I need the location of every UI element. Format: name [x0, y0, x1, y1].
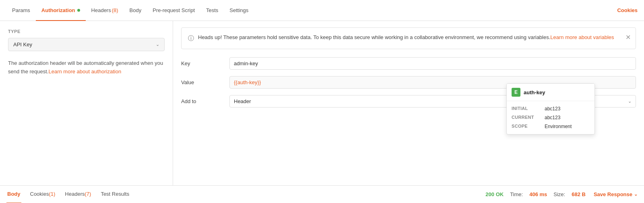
size-label: Size: — [553, 191, 565, 197]
cookies-button[interactable]: Cookies — [617, 7, 638, 13]
autocomplete-dropdown: E auth-key INITIAL abc123 CURRENT abc123… — [506, 83, 595, 135]
var-name: auth-key — [524, 89, 545, 95]
chevron-down-icon: ⌄ — [628, 99, 632, 104]
key-label: Key — [181, 60, 229, 66]
auth-description: The authorization header will be automat… — [8, 59, 165, 76]
scope-row: SCOPE Environment — [512, 122, 590, 131]
current-row: CURRENT abc123 — [512, 113, 590, 122]
left-panel: TYPE API Key ⌄ The authorization header … — [0, 21, 173, 185]
save-response-button[interactable]: Save Response ⌄ — [594, 191, 638, 197]
headers-badge: (8) — [112, 7, 118, 13]
tab-params-label: Params — [12, 7, 30, 13]
status-info: 200 OK Time: 406 ms Size: 682 B — [485, 191, 586, 197]
active-dot-icon — [77, 9, 80, 12]
warning-banner: ⓘ Heads up! These parameters hold sensit… — [181, 27, 636, 49]
value-label: Value — [181, 79, 229, 85]
warning-body-text: Heads up! These parameters hold sensitiv… — [198, 34, 550, 40]
type-value: API Key — [13, 41, 32, 48]
status-ok-text: 200 OK — [485, 191, 504, 197]
tab-headers-label: Headers — [91, 7, 111, 13]
tab-params[interactable]: Params — [6, 0, 36, 21]
learn-more-variables-link[interactable]: Learn more about variables — [550, 34, 614, 40]
size-value: 682 B — [572, 191, 586, 197]
addto-value: Header — [234, 98, 251, 104]
initial-row: INITIAL abc123 — [512, 104, 590, 113]
close-icon[interactable]: ✕ — [625, 33, 631, 42]
time-value: 406 ms — [529, 191, 547, 197]
initial-value: abc123 — [545, 106, 560, 112]
scope-value: Environment — [545, 124, 572, 129]
tab-prerequest[interactable]: Pre-request Script — [147, 0, 200, 21]
chevron-down-icon: ⌄ — [634, 192, 638, 197]
dropdown-meta: INITIAL abc123 CURRENT abc123 SCOPE Envi… — [507, 101, 594, 134]
warning-text: Heads up! These parameters hold sensitiv… — [198, 33, 614, 41]
env-badge: E — [512, 88, 520, 97]
key-input[interactable] — [229, 57, 636, 70]
bottom-tab-cookies[interactable]: Cookies(1) — [29, 186, 56, 203]
tabs-bar: Params Authorization Headers(8) Body Pre… — [0, 0, 644, 21]
tab-prerequest-label: Pre-request Script — [153, 7, 195, 13]
tab-authorization-label: Authorization — [41, 7, 75, 13]
type-label: TYPE — [8, 29, 165, 34]
tab-tests-label: Tests — [206, 7, 218, 13]
tab-tests[interactable]: Tests — [200, 0, 224, 21]
current-label: CURRENT — [512, 115, 540, 120]
chevron-down-icon: ⌄ — [156, 42, 159, 47]
bottom-bar: Body Cookies(1) Headers(7) Test Results … — [0, 185, 644, 203]
bottom-tab-headers-label: Headers — [65, 191, 85, 197]
key-row: Key — [181, 57, 636, 70]
time-label: Time: — [510, 191, 523, 197]
save-response-label: Save Response — [594, 191, 632, 197]
bottom-tab-test-results-label: Test Results — [101, 191, 129, 197]
bottom-tab-cookies-label: Cookies — [30, 191, 49, 197]
cookies-count-badge: (1) — [49, 191, 55, 197]
tab-body[interactable]: Body — [124, 0, 147, 21]
bottom-tab-test-results[interactable]: Test Results — [100, 186, 130, 203]
bottom-tab-body[interactable]: Body — [6, 186, 21, 203]
tab-headers[interactable]: Headers(8) — [86, 0, 124, 21]
tab-authorization[interactable]: Authorization — [36, 0, 86, 21]
learn-more-auth-link[interactable]: Learn more about authorization — [48, 68, 121, 75]
tab-settings-label: Settings — [229, 7, 248, 13]
tab-settings[interactable]: Settings — [224, 0, 254, 21]
initial-label: INITIAL — [512, 106, 540, 112]
scope-label: SCOPE — [512, 124, 540, 129]
type-select[interactable]: API Key ⌄ — [8, 38, 165, 51]
bottom-tab-headers[interactable]: Headers(7) — [64, 186, 92, 203]
dropdown-header[interactable]: E auth-key — [507, 84, 594, 101]
info-icon: ⓘ — [188, 34, 194, 43]
headers-count-badge: (7) — [85, 191, 91, 197]
addto-label: Add to — [181, 98, 229, 104]
main-content: TYPE API Key ⌄ The authorization header … — [0, 21, 644, 185]
tab-body-label: Body — [130, 7, 142, 13]
current-value: abc123 — [545, 115, 560, 120]
right-panel: ⓘ Heads up! These parameters hold sensit… — [173, 21, 644, 185]
bottom-tab-body-label: Body — [7, 191, 21, 197]
